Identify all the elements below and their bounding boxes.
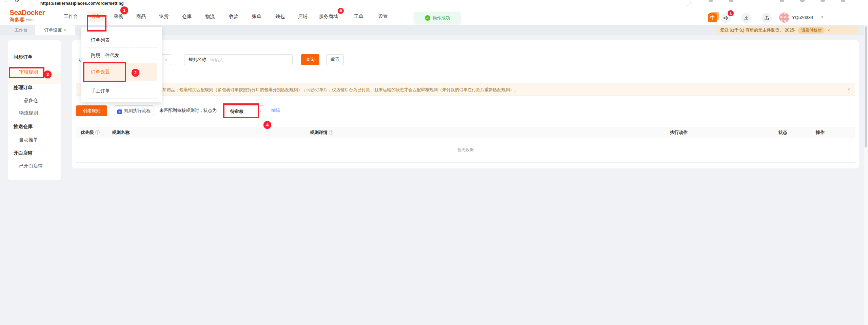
help-icon[interactable]: ? — [329, 130, 333, 135]
menu-divider — [86, 83, 157, 83]
nav-item-workbench[interactable]: 工作台 — [64, 13, 78, 20]
notice-close-icon[interactable]: × — [827, 28, 830, 33]
notice-action-button[interactable]: 请及时核对 — [798, 27, 825, 34]
username[interactable]: YQ526334 — [792, 15, 813, 20]
browser-profile-icon[interactable] — [821, 0, 825, 2]
browser-download-icon[interactable] — [780, 0, 784, 2]
rule-name-field[interactable]: 规则名称 — [184, 54, 293, 65]
announcement-badge: 1 — [728, 10, 734, 16]
toast-text: 操作成功 — [433, 15, 450, 21]
unmatched-status-hint: 未匹配到审核规则时，状态为 — [159, 107, 217, 114]
browser-back-icon[interactable]: ← — [3, 0, 9, 3]
nav-item-returns[interactable]: 退货 — [159, 13, 169, 20]
logo-tld: .com — [25, 18, 34, 22]
service-mall-octopus-badge — [338, 8, 344, 14]
edit-link[interactable]: 编辑 — [271, 107, 280, 114]
language-switch-button[interactable]: 中 — [708, 13, 717, 22]
menu-item-order-list[interactable]: 订单列表 — [91, 36, 110, 44]
annotation-step4: 4 — [263, 121, 271, 129]
annotation-box-step1 — [87, 15, 106, 32]
sidebar-item-process-orders[interactable]: 处理订单 — [14, 84, 33, 91]
check-icon: ✓ — [425, 15, 430, 21]
col-rule-detail: 规则详情? — [310, 129, 333, 136]
user-caret-icon[interactable]: ▾ — [821, 15, 823, 19]
table-header: 优先级? 规则名称 规则详情? 执行动作 状态 操作 — [76, 127, 855, 138]
rules-info-alert: i 加赠品；包裹维度匹配规则（多包裹订单按照拆分后的包裹分别匹配规则）；同步订单… — [76, 83, 855, 96]
rule-flow-button[interactable]: ≡规则执行流程 — [114, 105, 154, 116]
browser-reload-icon[interactable]: ⟳ — [15, 0, 19, 4]
nav-item-settings[interactable]: 设置 — [378, 13, 388, 20]
menu-divider — [86, 47, 157, 48]
tab-close-icon[interactable]: × — [64, 28, 66, 33]
nav-item-logistics[interactable]: 物流 — [205, 13, 215, 20]
logo-brand[interactable]: SeaDocker — [9, 8, 45, 17]
chevron-down-icon: ∨ — [165, 58, 167, 62]
browser-chrome: ← ⟳ https://sellerhasiplaces.com/order/s… — [0, 0, 868, 7]
tab-order-settings[interactable]: 订单设置× — [35, 25, 75, 35]
nav-item-warehouse[interactable]: 仓库 — [182, 13, 192, 20]
menu-item-manual-order[interactable]: 手工订单 — [91, 87, 110, 95]
create-rule-button[interactable]: 创建规则 — [76, 105, 107, 116]
tab-workbench[interactable]: 工作台 — [7, 25, 35, 35]
annotation-box-step2 — [83, 62, 126, 82]
alert-close-icon[interactable]: × — [847, 87, 850, 92]
help-icon[interactable]: ? — [95, 130, 100, 135]
sidebar-item-logistics-rules[interactable]: 物流规则 — [19, 109, 38, 117]
rule-name-label: 规则名称 — [184, 57, 210, 63]
reset-button[interactable]: 重置 — [326, 54, 344, 65]
annotation-box-step3 — [9, 67, 44, 78]
browser-bookmark-icon[interactable] — [729, 0, 733, 2]
logo-cn[interactable]: 海多客.com — [9, 17, 34, 23]
browser-address-bar[interactable]: https://sellerhasiplaces.com/order/setti… — [30, 0, 691, 6]
sidebar-item-sync-orders[interactable]: 同步订单 — [14, 53, 33, 61]
warehouse-notice-bar: 爱亚仓(千仓) 有新的无主件退货。 2025- 请及时核对 × — [716, 26, 859, 34]
annotation-box-step4 — [223, 103, 259, 118]
annotation-step2: 2 — [132, 69, 139, 77]
alert-text: 加赠品；包裹维度匹配规则（多包裹订单按照拆分后的包裹分别匹配规则）；同步订单后，… — [162, 87, 518, 93]
annotation-step1: 1 — [120, 6, 128, 14]
nav-item-wallet[interactable]: 钱包 — [275, 13, 285, 20]
menu-divider — [86, 98, 157, 99]
nav-item-bills[interactable]: 账单 — [252, 13, 261, 20]
nav-item-payments[interactable]: 收款 — [229, 13, 238, 20]
notice-text: 爱亚仓(千仓) 有新的无主件退货。 2025- — [720, 27, 795, 33]
nav-item-tickets[interactable]: 工单 — [354, 13, 363, 20]
scrollbar-thumb[interactable] — [865, 26, 867, 147]
browser-menu-icon[interactable] — [841, 0, 845, 2]
flow-icon: ≡ — [117, 109, 122, 114]
sidebar-item-whitelisted-shops[interactable]: 已开白店铺 — [19, 162, 43, 169]
download-icon[interactable] — [741, 13, 751, 23]
col-action: 执行动作 — [670, 129, 688, 136]
search-button[interactable]: 查询 — [301, 54, 319, 65]
menu-item-cross-border-dropship[interactable]: 跨境一件代发 — [91, 52, 119, 59]
success-toast: ✓ 操作成功 — [414, 12, 460, 23]
nav-item-shops[interactable]: 店铺 — [298, 13, 308, 20]
col-priority: 优先级? — [81, 129, 100, 136]
rule-name-input[interactable] — [210, 57, 292, 62]
browser-url: https://sellerhasiplaces.com/order/setti… — [40, 1, 124, 6]
sidebar-item-auto-push[interactable]: 自动推单 — [19, 136, 38, 143]
share-icon[interactable] — [762, 13, 772, 23]
browser-extensions-icon[interactable] — [800, 0, 805, 2]
annotation-step3: 3 — [44, 70, 52, 78]
empty-state-text: 暂无数据 — [76, 147, 855, 153]
chevron-down-icon: ∨ — [259, 109, 262, 113]
col-rule-name: 规则名称 — [112, 129, 130, 136]
nav-item-service-mall[interactable]: 服务商城 — [319, 13, 338, 20]
sidebar-item-whitelist-shops[interactable]: 开白店铺 — [14, 149, 33, 157]
sidebar-item-multi-warehouse[interactable]: 一品多仓 — [19, 97, 38, 104]
sidebar-item-push-warehouse[interactable]: 推送仓库 — [14, 123, 33, 130]
table-empty-row: 暂无数据 — [76, 138, 855, 163]
col-operation: 操作 — [816, 129, 825, 136]
col-status: 状态 — [778, 129, 787, 136]
avatar[interactable] — [779, 13, 789, 23]
nav-item-products[interactable]: 商品 — [136, 13, 146, 20]
browser-extension-icon[interactable] — [709, 0, 713, 2]
